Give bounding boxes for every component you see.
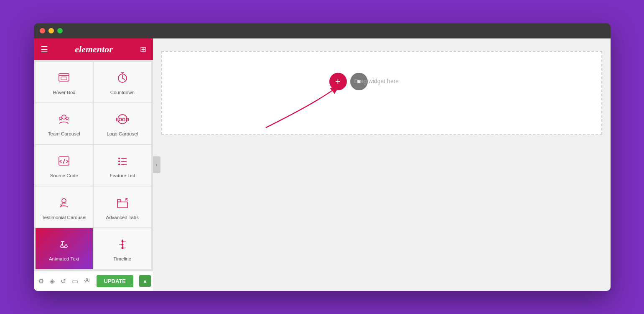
drag-widget-text: Drag widget here [354,78,399,84]
elementor-logo: elementor [75,44,112,55]
widget-animated-text[interactable]: T Animated Text [36,228,93,269]
widgets-grid: Hover Box Countdown [34,60,153,271]
sidebar-wrapper: ☰ elementor ⊞ [34,38,153,291]
elementor-footer: ⚙ ◈ ↺ ▭ 👁 UPDATE ▲ [34,271,153,291]
svg-rect-18 [117,199,121,202]
timeline-icon [116,237,129,253]
timeline-label: Timeline [113,256,131,261]
widget-hover-box[interactable]: Hover Box [36,62,93,103]
animated-text-icon: T [57,237,71,253]
widget-testimonial-carousel[interactable]: Testimonial Carousel [36,186,93,227]
gear-icon[interactable]: ⚙ [38,277,44,285]
update-dropdown-button[interactable]: ▲ [139,275,151,287]
svg-point-13 [118,163,120,165]
svg-point-3 [62,115,66,119]
widget-logo-carousel[interactable]: LOGO Logo Carousel [94,103,151,144]
drag-arrow [162,52,601,134]
advanced-tabs-label: Advanced Tabs [106,215,139,220]
testimonial-carousel-label: Testimonial Carousel [42,215,87,220]
hamburger-icon[interactable]: ☰ [41,44,48,54]
traffic-light-red[interactable] [40,28,45,33]
main-canvas: + ■ Drag widget here [153,38,611,291]
svg-text:LOGO: LOGO [116,117,129,122]
elementor-header: ☰ elementor ⊞ [34,38,153,60]
team-carousel-icon [57,112,71,128]
browser-content: ☰ elementor ⊞ [34,38,611,291]
svg-point-5 [66,117,69,120]
canvas-area[interactable]: + ■ Drag widget here [161,51,602,135]
widget-team-carousel[interactable]: Team Carousel [36,103,93,144]
countdown-icon [116,71,129,87]
logo-carousel-icon: LOGO [116,112,129,128]
browser-titlebar [34,23,611,38]
advanced-tabs-icon [116,196,129,212]
widget-feature-list[interactable]: Feature List [94,145,151,186]
grid-icon[interactable]: ⊞ [140,45,146,54]
feature-list-label: Feature List [109,173,135,178]
widget-source-code[interactable]: Source Code [36,145,93,186]
elementor-sidebar: ☰ elementor ⊞ [34,38,153,291]
testimonial-carousel-icon [57,196,71,212]
widget-advanced-tabs[interactable]: Advanced Tabs [94,186,151,227]
svg-point-11 [118,161,120,162]
eye-icon[interactable]: 👁 [84,277,91,285]
layers-icon[interactable]: ◈ [50,277,55,285]
undo-icon[interactable]: ↺ [61,277,66,285]
collapse-sidebar-tab[interactable]: ‹ [153,156,160,173]
svg-point-4 [59,117,62,120]
hover-box-icon [57,71,71,87]
browser-window: ☰ elementor ⊞ [34,23,611,291]
animated-text-label: Animated Text [49,256,79,261]
logo-carousel-label: Logo Carousel [107,131,138,136]
traffic-light-green[interactable] [57,28,63,33]
widget-timeline[interactable]: Timeline [94,228,151,269]
feature-list-icon [116,154,129,170]
svg-point-9 [118,158,120,159]
svg-rect-1 [61,77,67,80]
widget-countdown[interactable]: Countdown [94,62,151,103]
traffic-light-yellow[interactable] [48,28,54,33]
countdown-label: Countdown [110,90,135,95]
svg-point-15 [62,199,66,203]
team-carousel-label: Team Carousel [48,131,80,136]
source-code-icon [57,154,71,170]
hover-box-label: Hover Box [53,90,75,95]
add-widget-button[interactable]: + [329,73,347,90]
monitor-icon[interactable]: ▭ [72,277,78,285]
source-code-label: Source Code [50,173,78,178]
update-button[interactable]: UPDATE [97,275,133,287]
svg-rect-17 [117,202,127,208]
svg-point-16 [61,204,62,206]
